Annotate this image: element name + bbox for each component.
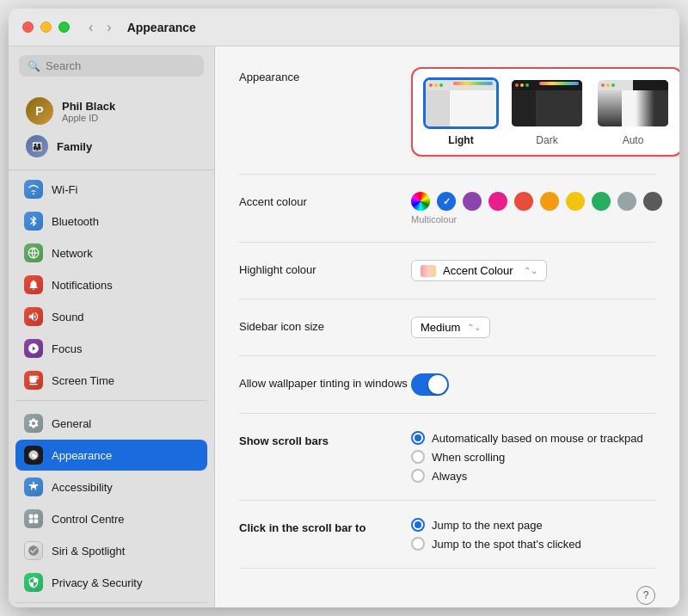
accent-colour-label: Accent colour — [239, 192, 411, 208]
sidebar-item-wifi[interactable]: Wi-Fi — [15, 174, 207, 205]
appearance-options: Light — [411, 67, 679, 157]
scroll-click-jump-spot-radio — [411, 537, 425, 551]
search-input[interactable] — [46, 59, 195, 72]
scroll-bars-always[interactable]: Always — [411, 469, 643, 483]
sidebar-label-siri: Siri & Spotlight — [52, 545, 125, 557]
wifi-icon — [24, 180, 43, 199]
main-window: ‹ › Appearance 🔍 P Phil Black Apple ID — [9, 9, 679, 607]
sidebar-size-select[interactable]: Medium ⌃⌄ — [411, 317, 490, 338]
privacy-icon — [24, 573, 43, 592]
appearance-option-dark[interactable]: Dark — [509, 77, 585, 146]
accent-green[interactable] — [592, 192, 611, 211]
appearance-option-light[interactable]: Light — [423, 77, 499, 146]
user-profile-item[interactable]: P Phil Black Apple ID — [19, 92, 204, 130]
sidebar-label-controlcentre: Control Centre — [52, 513, 125, 526]
search-box[interactable]: 🔍 — [19, 55, 204, 77]
family-item[interactable]: 👨‍👩‍👧 Family — [19, 130, 204, 163]
scroll-click-section: Click in the scroll bar to Jump to the n… — [239, 518, 655, 569]
accent-dark[interactable] — [643, 192, 662, 211]
forward-button[interactable]: › — [101, 18, 116, 37]
accessibility-icon — [24, 477, 43, 496]
scroll-click-label: Click in the scroll bar to — [239, 518, 411, 534]
highlight-right: Accent Colour ⌃⌄ — [411, 260, 547, 281]
scroll-click-radio-group: Jump to the next page Jump to the spot t… — [411, 518, 581, 551]
divider — [15, 400, 207, 403]
sidebar-size-section: Sidebar icon size Medium ⌃⌄ — [239, 317, 655, 356]
minimize-button[interactable] — [40, 22, 52, 33]
accent-graphite[interactable] — [617, 192, 636, 211]
sidebar-label-notifications: Notifications — [52, 279, 113, 292]
titlebar: ‹ › Appearance — [9, 9, 679, 46]
accent-yellow[interactable] — [566, 192, 585, 211]
appearance-control: Light — [411, 67, 679, 157]
appearance-preview-dark — [509, 77, 585, 129]
bluetooth-icon — [24, 212, 43, 231]
sidebar-label-network: Network — [52, 247, 93, 260]
user-apple-id: Apple ID — [62, 113, 115, 123]
avatar: P — [26, 97, 53, 125]
sidebar-item-focus[interactable]: Focus — [15, 333, 207, 364]
sidebar-label-focus: Focus — [52, 342, 82, 355]
sidebar-label-general: General — [52, 417, 91, 430]
scroll-click-jump-page[interactable]: Jump to the next page — [411, 518, 581, 532]
scroll-click-jump-spot[interactable]: Jump to the spot that's clicked — [411, 537, 581, 551]
sidebar-item-privacy[interactable]: Privacy & Security — [15, 567, 207, 598]
scroll-bars-scrolling-radio — [411, 450, 425, 464]
siri-icon — [24, 541, 43, 560]
sidebar-label-wifi: Wi-Fi — [52, 183, 77, 196]
sidebar-item-notifications[interactable]: Notifications — [15, 269, 207, 300]
focus-icon — [24, 339, 43, 358]
scroll-bars-auto[interactable]: Automatically based on mouse or trackpad — [411, 431, 643, 445]
sidebar-item-accessibility[interactable]: Accessibility — [15, 471, 207, 502]
accent-purple[interactable] — [463, 192, 482, 211]
accent-multicolour[interactable] — [411, 192, 430, 211]
accent-orange[interactable] — [540, 192, 559, 211]
highlight-select[interactable]: Accent Colour ⌃⌄ — [411, 260, 547, 281]
wallpaper-tinting-section: Allow wallpaper tinting in windows — [239, 373, 655, 414]
sidebar-item-bluetooth[interactable]: Bluetooth — [15, 206, 207, 237]
back-button[interactable]: ‹ — [83, 18, 98, 37]
sidebar-size-right: Medium ⌃⌄ — [411, 317, 490, 338]
sidebar-item-controlcentre[interactable]: Control Centre — [15, 503, 207, 534]
accent-red[interactable] — [514, 192, 533, 211]
sidebar-item-siri[interactable]: Siri & Spotlight — [15, 535, 207, 566]
maximize-button[interactable] — [58, 22, 70, 33]
highlight-chevron: ⌃⌄ — [524, 266, 538, 275]
highlight-colour-control: Accent Colour ⌃⌄ — [411, 260, 655, 281]
scroll-bars-scrolling-label: When scrolling — [432, 451, 505, 464]
wallpaper-tinting-label: Allow wallpaper tinting in windows — [239, 373, 411, 390]
sidebar-item-network[interactable]: Network — [15, 237, 207, 268]
scroll-bars-label: Show scroll bars — [239, 431, 411, 447]
appearance-option-auto[interactable]: Auto — [595, 77, 671, 146]
accent-colour-section: Accent colour Multicolour — [239, 192, 655, 243]
scroll-bars-radio-group: Automatically based on mouse or trackpad… — [411, 431, 643, 483]
wallpaper-tinting-toggle[interactable] — [411, 373, 449, 396]
sidebar-item-appearance[interactable]: Appearance — [15, 440, 207, 471]
accent-blue[interactable] — [437, 192, 456, 211]
sidebar-item-sound[interactable]: Sound — [15, 301, 207, 332]
network-icon — [24, 243, 43, 262]
sidebar-size-value: Medium — [421, 321, 460, 334]
sidebar-label-sound: Sound — [52, 311, 84, 323]
scroll-click-title: Click in the scroll bar to — [239, 521, 366, 534]
appearance-preview-light — [423, 77, 499, 129]
wallpaper-tinting-control — [411, 373, 655, 396]
highlight-value: Accent Colour — [443, 264, 513, 277]
sidebar-item-screentime[interactable]: Screen Time — [15, 365, 207, 396]
close-button[interactable] — [22, 22, 34, 33]
scroll-bars-title: Show scroll bars — [239, 434, 329, 447]
window-title: Appearance — [127, 21, 196, 34]
accent-colour-control: Multicolour — [411, 192, 662, 225]
controlcentre-icon — [24, 509, 43, 528]
toggle-knob — [428, 375, 447, 394]
sidebar-size-control: Medium ⌃⌄ — [411, 317, 655, 338]
scroll-bars-scrolling[interactable]: When scrolling — [411, 450, 643, 464]
appearance-option-light-label: Light — [448, 134, 473, 146]
scroll-bars-control: Automatically based on mouse or trackpad… — [411, 431, 655, 483]
scroll-bars-always-radio — [411, 469, 425, 483]
help-button[interactable]: ? — [636, 586, 655, 605]
sidebar-item-general[interactable]: General — [15, 408, 207, 439]
nav-buttons: ‹ › — [83, 18, 117, 37]
accent-pink[interactable] — [488, 192, 507, 211]
scroll-click-jump-page-radio — [411, 518, 425, 532]
